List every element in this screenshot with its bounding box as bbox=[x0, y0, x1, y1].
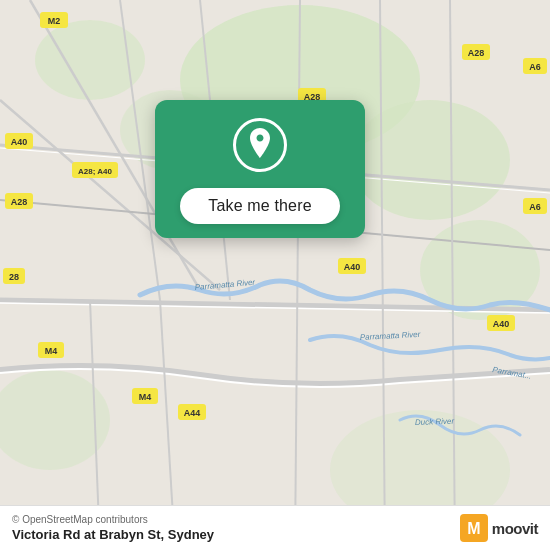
svg-text:Duck River: Duck River bbox=[415, 417, 455, 427]
svg-text:M2: M2 bbox=[48, 16, 61, 26]
map-background: M2 A40 A28 A28; A40 A28 A28 A6 A6 A40 A4… bbox=[0, 0, 550, 550]
copyright-text: © OpenStreetMap contributors bbox=[12, 514, 214, 525]
svg-text:A28; A40: A28; A40 bbox=[78, 167, 112, 176]
svg-text:A40: A40 bbox=[493, 319, 510, 329]
location-card: Take me there bbox=[155, 100, 365, 238]
moovit-logo: M moovit bbox=[460, 514, 538, 542]
svg-text:A28: A28 bbox=[468, 48, 485, 58]
location-pin-icon bbox=[245, 128, 275, 162]
moovit-brand-text: moovit bbox=[492, 520, 538, 537]
svg-text:A44: A44 bbox=[184, 408, 201, 418]
svg-text:A28: A28 bbox=[11, 197, 28, 207]
svg-text:28: 28 bbox=[9, 272, 19, 282]
svg-text:A40: A40 bbox=[344, 262, 361, 272]
location-name: Victoria Rd at Brabyn St, Sydney bbox=[12, 527, 214, 542]
bottom-left: © OpenStreetMap contributors Victoria Rd… bbox=[12, 514, 214, 542]
svg-text:M4: M4 bbox=[139, 392, 152, 402]
svg-text:M: M bbox=[467, 520, 480, 537]
svg-point-2 bbox=[350, 100, 510, 220]
take-me-there-button[interactable]: Take me there bbox=[180, 188, 339, 224]
moovit-brand-icon: M bbox=[460, 514, 488, 542]
svg-text:A6: A6 bbox=[529, 62, 541, 72]
svg-text:A40: A40 bbox=[11, 137, 28, 147]
svg-text:M4: M4 bbox=[45, 346, 58, 356]
location-icon-wrap bbox=[233, 118, 287, 172]
svg-text:A6: A6 bbox=[529, 202, 541, 212]
map-container: M2 A40 A28 A28; A40 A28 A28 A6 A6 A40 A4… bbox=[0, 0, 550, 550]
bottom-bar: © OpenStreetMap contributors Victoria Rd… bbox=[0, 505, 550, 550]
